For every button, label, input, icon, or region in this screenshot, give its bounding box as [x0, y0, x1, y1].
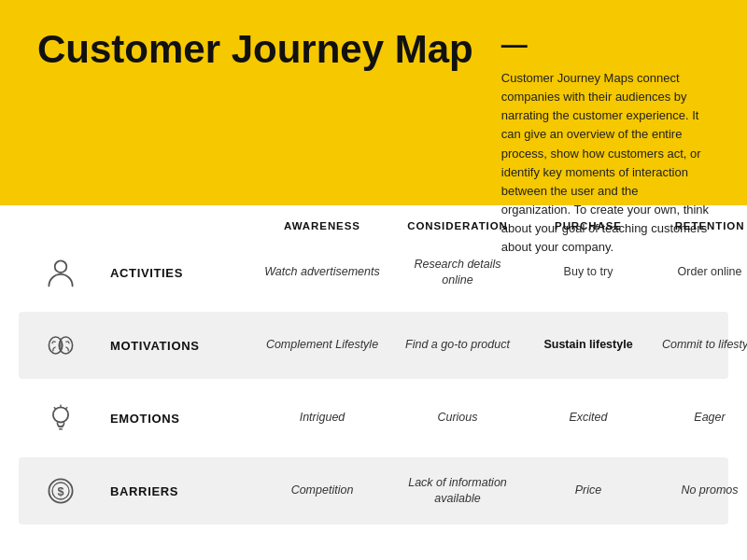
row-barriers: $ BARRIERS Competition Lack of informati… [19, 457, 728, 525]
svg-point-0 [55, 260, 67, 273]
svg-point-4 [53, 407, 68, 422]
activities-awareness: Watch advertisements [252, 259, 392, 287]
activities-consideration: Research details online [392, 251, 523, 295]
emotions-retention: Eager [654, 404, 747, 432]
col-header-consideration: CONSIDERATION [392, 220, 523, 231]
person-icon [44, 256, 78, 289]
label-activities: ACTIVITIES [103, 266, 252, 280]
label-barriers: BARRIERS [103, 484, 252, 498]
header-section: Customer Journey Map — Customer Journey … [0, 0, 747, 205]
activities-purchase: Buy to try [523, 259, 654, 287]
svg-line-8 [54, 407, 56, 409]
icon-cell-activities [19, 256, 103, 289]
emotions-awareness: Intrigued [252, 404, 392, 432]
emotions-purchase: Excited [523, 404, 654, 432]
motivations-consideration: Find a go-to product [392, 331, 523, 359]
barriers-awareness: Competition [252, 477, 392, 505]
emotions-consideration: Curious [392, 404, 523, 432]
col-header-purchase: PURCHASE [523, 220, 654, 231]
icon-cell-motivations [19, 329, 103, 362]
row-emotions: EMOTIONS Intrigued Curious Excited Eager [19, 385, 728, 452]
svg-line-9 [65, 407, 67, 409]
icon-cell-emotions [19, 401, 103, 435]
barriers-purchase: Price [523, 477, 654, 505]
svg-text:$: $ [57, 485, 63, 498]
bulb-icon [44, 401, 78, 435]
motivations-purchase: Sustain lifestyle [523, 331, 654, 359]
col-empty-1 [19, 220, 103, 231]
activities-retention: Order online [654, 259, 747, 287]
header-dash: — [501, 32, 710, 58]
page-title: Customer Journey Map [37, 28, 473, 71]
brain-icon [44, 329, 78, 362]
label-emotions: EMOTIONS [103, 412, 252, 426]
col-empty-2 [103, 220, 252, 231]
motivations-awareness: Complement Lifestyle [252, 331, 392, 359]
barriers-consideration: Lack of information available [392, 469, 523, 513]
col-header-awareness: AWARENESS [252, 220, 392, 231]
row-motivations: MOTIVATIONS Complement Lifestyle Find a … [19, 312, 728, 379]
dollar-icon: $ [44, 474, 78, 508]
icon-cell-barriers: $ [19, 474, 103, 508]
label-motivations: MOTIVATIONS [103, 339, 252, 353]
col-header-retention: RETENTION [654, 220, 747, 231]
motivations-retention: Commit to lifestyle [654, 331, 747, 359]
barriers-retention: No promos [654, 477, 747, 505]
